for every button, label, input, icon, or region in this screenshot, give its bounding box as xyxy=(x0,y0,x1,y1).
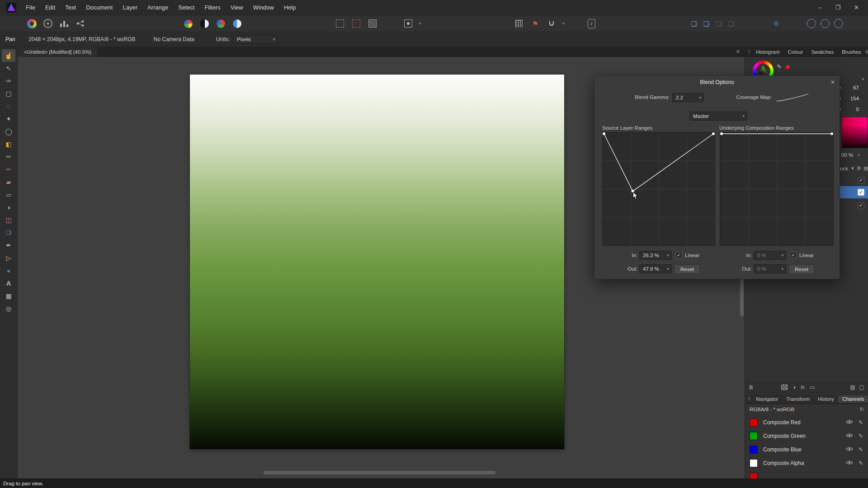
colour-slider-row[interactable]: 0 xyxy=(838,107,859,112)
paint-brush-tool[interactable]: ✏ xyxy=(2,150,15,163)
insert-inside-icon[interactable]: ❏ xyxy=(691,20,697,27)
colour-replacement-brush-tool[interactable]: ✏ xyxy=(2,163,15,176)
underlying-in-select[interactable]: 0 % ▾ xyxy=(754,251,786,260)
channel-select[interactable]: Master ▾ xyxy=(689,112,747,121)
opacity-row[interactable]: 00 % ▾ xyxy=(841,152,860,158)
node-tool[interactable]: ▷ xyxy=(2,252,15,264)
channel-row[interactable]: Composite Alpha✎ xyxy=(745,456,868,470)
auto-contrast-button[interactable] xyxy=(199,18,210,29)
underlying-reset-button[interactable]: Reset xyxy=(788,264,815,274)
tab-brushes[interactable]: Brushes xyxy=(838,48,865,56)
menu-item-view[interactable]: View xyxy=(226,0,248,15)
pencil-icon[interactable]: ✎ xyxy=(777,63,782,70)
text-tool[interactable]: A xyxy=(2,277,15,290)
layer-visibility-checkbox[interactable]: ✓ xyxy=(858,177,864,184)
document-canvas[interactable] xyxy=(190,75,564,449)
chevron-down-icon[interactable]: ▾ xyxy=(562,21,565,26)
circle-button-3[interactable] xyxy=(834,19,843,28)
snapping-button[interactable] xyxy=(546,18,557,29)
folder-icon[interactable]: ▤ xyxy=(850,384,855,390)
eye-icon[interactable] xyxy=(846,433,853,438)
clone-brush-tool[interactable]: ◫ xyxy=(2,214,15,226)
source-linear-checkbox[interactable]: ✓ xyxy=(675,252,682,258)
horizontal-scrollbar[interactable] xyxy=(264,471,495,474)
layer-visibility-checkbox[interactable]: ✓ xyxy=(858,202,864,209)
dialog-close-icon[interactable]: ✕ xyxy=(830,79,835,85)
underlying-linear-checkbox[interactable]: ✓ xyxy=(790,252,797,258)
pixel-tool[interactable]: ▰ xyxy=(2,176,15,188)
secondary-colour-swatch[interactable] xyxy=(786,65,790,69)
pencil-icon[interactable]: ✎ xyxy=(859,446,864,453)
fill-tool[interactable]: ● xyxy=(2,264,15,277)
pencil-icon[interactable]: ✎ xyxy=(859,460,864,466)
snap-flag-button[interactable]: ⚑ xyxy=(530,18,541,29)
source-reset-button[interactable]: Reset xyxy=(674,264,700,274)
channel-row-partial[interactable] xyxy=(745,470,868,479)
new-selection-button[interactable] xyxy=(335,18,345,29)
units-select[interactable]: Pixels ▾ xyxy=(233,35,278,44)
assistant-button[interactable] xyxy=(403,18,414,29)
tab-history[interactable]: History xyxy=(814,395,838,403)
folder-icon[interactable]: ▤ xyxy=(863,165,868,171)
source-in-select[interactable]: 26.3 % ▾ xyxy=(639,251,672,260)
refresh-icon[interactable]: ↻ xyxy=(859,406,864,413)
channel-row[interactable]: Composite Red✎ xyxy=(745,416,868,429)
chevron-down-icon[interactable]: ▾ xyxy=(851,165,854,171)
tab-transform[interactable]: Transform xyxy=(782,395,814,403)
insert-below-icon[interactable]: ❏ xyxy=(728,20,734,27)
colour-slider-row[interactable]: 67 xyxy=(838,85,859,90)
auto-levels-button[interactable] xyxy=(183,18,193,29)
restore-button[interactable]: ❐ xyxy=(835,4,840,11)
source-ranges-graph[interactable] xyxy=(602,132,715,246)
insert-behind-icon[interactable]: ❏ xyxy=(716,20,722,27)
tone-mapping-persona-button[interactable] xyxy=(59,18,70,29)
auto-colour-button[interactable] xyxy=(215,18,226,29)
grid-toggle-button[interactable] xyxy=(514,18,524,29)
photo-persona-button[interactable] xyxy=(26,18,37,29)
flood-select-tool[interactable]: ✦ xyxy=(2,113,15,125)
colour-slider-row[interactable]: 154 xyxy=(838,96,859,101)
source-out-select[interactable]: 47.9 % ▾ xyxy=(639,264,672,273)
move-tool[interactable]: ↖ xyxy=(2,62,15,75)
chevron-down-icon[interactable]: ▾ xyxy=(862,77,864,81)
blur-tool[interactable]: ❍ xyxy=(2,226,15,239)
chevron-down-icon[interactable]: ▾ xyxy=(419,21,421,26)
circle-button-2[interactable] xyxy=(821,19,830,28)
pencil-icon[interactable]: ✎ xyxy=(859,433,864,439)
auto-white-balance-button[interactable] xyxy=(231,18,242,29)
menu-item-window[interactable]: Window xyxy=(248,0,279,15)
menu-item-arrange[interactable]: Arrange xyxy=(142,0,173,15)
pencil-icon[interactable]: ✎ xyxy=(859,419,864,426)
menu-item-select[interactable]: Select xyxy=(173,0,199,15)
minimize-button[interactable]: – xyxy=(818,4,821,11)
tab-navigator[interactable]: Navigator xyxy=(752,395,782,403)
layers-icon[interactable]: ≣ xyxy=(749,384,753,390)
panel-grip-icon[interactable]: ‖ xyxy=(745,396,752,401)
erase-brush-tool[interactable]: ▱ xyxy=(2,188,15,201)
circle-button-1[interactable] xyxy=(807,19,816,28)
menu-item-document[interactable]: Document xyxy=(81,0,118,15)
coverage-map-curve[interactable] xyxy=(775,92,810,103)
mesh-warp-tool[interactable]: ▦ xyxy=(2,290,15,302)
mask-icon[interactable]: ▭ xyxy=(810,384,815,390)
tab-histogram[interactable]: Histogram xyxy=(752,48,783,56)
subtract-selection-button[interactable] xyxy=(351,18,362,29)
flood-fill-tool[interactable]: ◧ xyxy=(2,138,15,150)
liquify-persona-button[interactable] xyxy=(42,18,53,29)
zoom-tool[interactable]: ◎ xyxy=(2,302,15,315)
document-tab[interactable]: <Untitled> [Modified] (40.5%) xyxy=(18,47,98,57)
eye-icon[interactable] xyxy=(846,446,853,451)
selection-brush-tool[interactable]: ◌ xyxy=(2,100,15,113)
channel-row[interactable]: Composite Green✎ xyxy=(745,429,868,443)
panel-menu-icon[interactable]: ≡ xyxy=(865,49,868,55)
gear-icon[interactable]: ⚙ xyxy=(856,165,861,171)
menu-item-help[interactable]: Help xyxy=(279,0,301,15)
window-close-button[interactable]: ✕ xyxy=(854,4,859,11)
menu-item-edit[interactable]: Edit xyxy=(40,0,60,15)
panel-grip-icon[interactable]: ‖ xyxy=(745,49,752,54)
marquee-tool[interactable]: ◯ xyxy=(2,125,15,138)
adjustment-icon[interactable]: ◑ xyxy=(793,384,796,390)
insert-on-top-icon[interactable]: ❏ xyxy=(703,20,709,27)
dodge-brush-tool[interactable]: ◑ xyxy=(2,201,15,214)
channel-row[interactable]: Composite Blue✎ xyxy=(745,443,868,456)
